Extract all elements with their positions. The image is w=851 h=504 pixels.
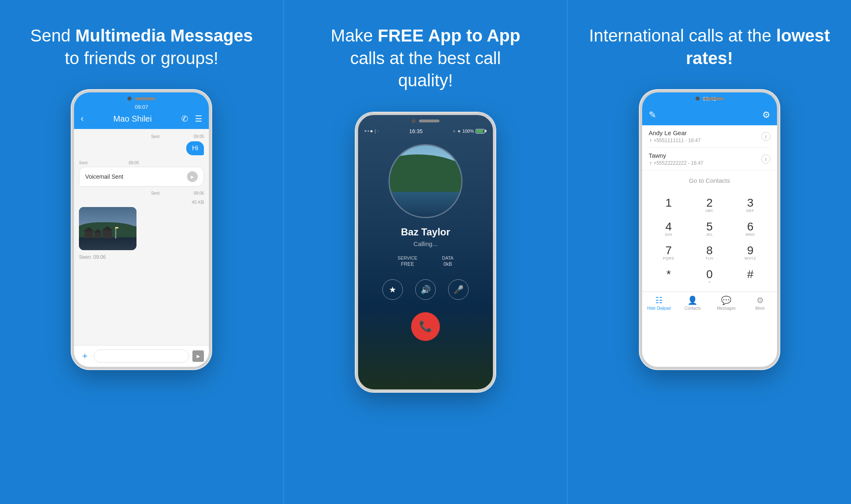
play-button[interactable]: ▶	[187, 171, 198, 182]
tab-messages[interactable]: 💬 Messages	[710, 292, 743, 313]
dial-letters-5: JKL	[706, 232, 713, 237]
contacts-icon: 👤	[687, 295, 698, 305]
phone2-frame: 〈 ⋅ 16:35 ○ ∗ 100%	[356, 113, 495, 392]
speaker-button[interactable]: 🔊	[415, 279, 436, 300]
contact-phone-tawny: ↗ +55522222222 - 16:47	[649, 160, 761, 166]
dial-key-3[interactable]: 3 DEF	[730, 194, 770, 217]
service-stat: SERVICE FREE	[398, 255, 417, 267]
dial-key-8[interactable]: 8 TUV	[689, 242, 729, 265]
tab-label-dialpad: Hide Dialpad	[647, 306, 671, 311]
calling-status: Calling...	[358, 240, 493, 247]
dial-key-9[interactable]: 9 WXYZ	[730, 242, 770, 265]
chat-meta-sent2: Sent 09:05	[79, 160, 204, 165]
tab-label-messages: Messages	[717, 306, 736, 311]
phone1-speaker	[135, 97, 155, 100]
tab-label-more: More	[755, 306, 765, 311]
dial-num-5: 5	[706, 221, 713, 232]
battery-percentage: 100%	[462, 129, 474, 133]
goto-contacts-button[interactable]: Go to Contacts	[642, 170, 777, 191]
phone2-status-bar: 〈 ⋅ 16:35 ○ ∗ 100%	[358, 115, 493, 136]
nav-icons: ✆ ☰	[181, 114, 202, 124]
call-arrow-icon2: ↗	[648, 160, 653, 166]
phone1-top	[127, 97, 155, 101]
dial-key-hash[interactable]: #	[730, 265, 770, 288]
add-attachment-button[interactable]: +	[79, 350, 90, 362]
panel-messaging: Send Multimedia Messagesto friends or gr…	[0, 0, 283, 504]
phone3-side-button	[778, 142, 779, 158]
message-input[interactable]	[94, 350, 189, 363]
contact-item-tawny: Tawny ↗ +55522222222 - 16:47 i	[649, 148, 770, 170]
dial-letters-9: WXYZ	[745, 256, 756, 261]
phone2-top	[412, 119, 439, 123]
dial-letters-3: DEF	[746, 209, 754, 214]
dial-num-hash: #	[747, 269, 754, 280]
phone1-time: 09:07	[81, 104, 202, 110]
back-icon[interactable]: ‹	[81, 113, 83, 124]
contact-info-andy: Andy Le Gear ↗ +5551111111 - 16:47	[649, 129, 761, 143]
panel2-title: Make FREE App to Appcalls at the best ca…	[314, 25, 536, 92]
dial-num-7: 7	[666, 245, 672, 256]
call-controls: ★ 🔊 🎤	[358, 279, 493, 300]
data-label: DATA	[442, 255, 453, 260]
phone3-speaker	[703, 97, 724, 100]
dial-num-3: 3	[747, 197, 754, 209]
tab-label-contacts: Contacts	[684, 306, 701, 311]
call-arrow-icon: ↗	[648, 138, 653, 143]
send-button[interactable]: ►	[192, 350, 204, 362]
dial-num-star: *	[666, 269, 671, 280]
service-label: SERVICE	[398, 255, 417, 260]
dial-num-8: 8	[706, 245, 713, 256]
caller-name: Baz Taylor	[358, 226, 493, 238]
voicemail-label: Voicemail Sent	[85, 173, 123, 180]
dial-letters-6: MNO	[746, 232, 755, 237]
panel3-title: International calls at the lowest rates!	[568, 25, 851, 69]
dial-key-2[interactable]: 2 ABC	[689, 194, 729, 217]
dial-letters-2: ABC	[705, 209, 714, 214]
dial-num-4: 4	[666, 221, 672, 232]
menu-icon[interactable]: ☰	[195, 114, 202, 124]
dial-key-0[interactable]: 0 +	[689, 265, 729, 288]
call-icon[interactable]: ✆	[181, 114, 188, 124]
contact-phone-andy: ↗ +5551111111 - 16:47	[649, 138, 761, 143]
panel1-title: Send Multimedia Messagesto friends or gr…	[14, 25, 270, 69]
settings-icon[interactable]: ⚙	[762, 110, 770, 120]
dial-key-star[interactable]: *	[649, 265, 689, 288]
contact-item-andy: Andy Le Gear ↗ +5551111111 - 16:47 i	[649, 125, 770, 148]
seen-label: Seen: 09:06	[79, 252, 204, 262]
phone3-camera	[696, 97, 700, 101]
dial-key-4[interactable]: 4 GHI	[649, 218, 689, 241]
end-call-button[interactable]: 📞	[411, 312, 440, 341]
data-value: 0kB	[442, 261, 453, 267]
tab-contacts[interactable]: 👤 Contacts	[676, 292, 710, 313]
dial-num-6: 6	[747, 221, 754, 232]
star-button[interactable]: ★	[382, 279, 403, 300]
panel-international: International calls at the lowest rates!…	[568, 0, 851, 504]
dial-letters-7: PQRS	[663, 256, 675, 261]
dial-num-2: 2	[706, 197, 713, 209]
info-button-andy[interactable]: i	[761, 132, 770, 141]
more-icon: ⚙	[756, 295, 764, 305]
dialpad: 1 2 ABC 3 DEF 4 GHI	[642, 191, 777, 292]
dial-letters-8: TUV	[705, 256, 714, 261]
dial-num-0: 0	[706, 269, 713, 280]
tab-more[interactable]: ⚙ More	[743, 292, 777, 313]
dial-key-1[interactable]: 1	[649, 194, 689, 217]
contact-info-tawny: Tawny ↗ +55522222222 - 16:47	[649, 152, 761, 166]
dial-key-5[interactable]: 5 JKL	[689, 218, 729, 241]
phone1-camera	[127, 97, 132, 101]
chat-image	[79, 207, 136, 250]
data-stat: DATA 0kB	[442, 255, 453, 267]
phone3-top	[696, 97, 724, 101]
phone2-side-button	[494, 164, 495, 181]
info-button-tawny[interactable]: i	[761, 154, 770, 163]
contact-name-tawny: Tawny	[649, 152, 761, 159]
chat-bubble-hi: Hi	[186, 141, 204, 155]
phone2-time: 16:35	[409, 128, 423, 134]
tab-hide-dialpad[interactable]: ☷ Hide Dialpad	[642, 292, 676, 313]
edit-icon[interactable]: ✎	[649, 110, 656, 120]
dial-key-7[interactable]: 7 PQRS	[649, 242, 689, 265]
mute-button[interactable]: 🎤	[448, 279, 469, 300]
dial-key-6[interactable]: 6 MNO	[730, 218, 770, 241]
phone3-content: Andy Le Gear ↗ +5551111111 - 16:47 i Taw…	[642, 125, 777, 367]
messages-icon: 💬	[721, 295, 731, 305]
